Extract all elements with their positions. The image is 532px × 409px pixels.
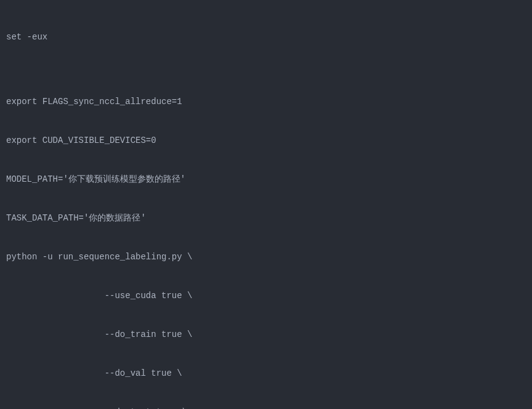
- code-block: set -eux export FLAGS_sync_nccl_allreduc…: [6, 5, 526, 409]
- code-line: --use_cuda true \: [6, 290, 526, 302]
- code-line: --do_test true \: [6, 406, 526, 409]
- code-line: --do_val true \: [6, 367, 526, 380]
- code-line: export FLAGS_sync_nccl_allreduce=1: [6, 95, 526, 108]
- code-line: export CUDA_VISIBLE_DEVICES=0: [6, 134, 526, 147]
- code-line: MODEL_PATH='你下载预训练模型参数的路径': [6, 173, 526, 186]
- code-line: python -u run_sequence_labeling.py \: [6, 251, 526, 264]
- code-line: set -eux: [6, 31, 526, 44]
- code-line: TASK_DATA_PATH='你的数据路径': [6, 212, 526, 225]
- code-line: --do_train true \: [6, 328, 526, 341]
